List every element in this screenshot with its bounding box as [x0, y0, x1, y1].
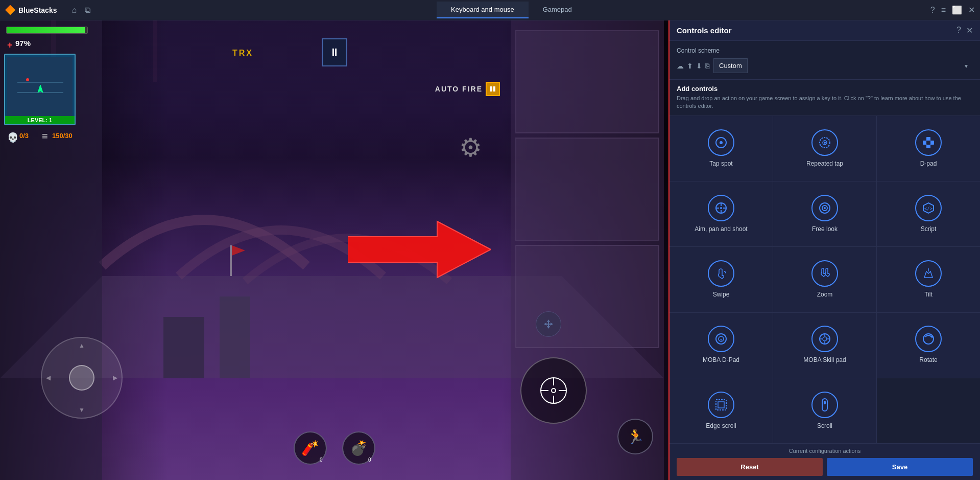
dpad-icon — [915, 129, 942, 156]
cloud-icon[interactable]: ☁ — [677, 62, 684, 70]
minimap: LEVEL: 1 — [4, 54, 78, 128]
svg-rect-62 — [716, 400, 726, 410]
panel-help-icon[interactable]: ? — [957, 26, 961, 35]
panel-header: Controls editor ? ✕ — [670, 20, 980, 41]
svg-rect-34 — [926, 144, 930, 148]
svg-rect-37 — [926, 141, 930, 145]
crosshair-icon — [538, 375, 569, 406]
window-icon[interactable]: ⬜ — [952, 5, 962, 15]
joystick[interactable]: ▲ ▼ ◀ ▶ — [41, 337, 123, 419]
panel-close-icon[interactable]: ✕ — [966, 26, 973, 35]
pause-button[interactable]: ⏸ — [322, 38, 347, 66]
control-moba-skill[interactable]: MOBA Skill pad — [773, 313, 876, 378]
svg-text:⊕: ⊕ — [720, 338, 722, 342]
control-free-look[interactable]: Free look — [773, 181, 876, 246]
dpad-label: D-pad — [920, 160, 937, 168]
auto-fire-toggle[interactable] — [486, 82, 500, 96]
tutorial-arrow — [348, 216, 491, 285]
item-grenade[interactable]: 🧨 0 — [294, 431, 327, 465]
control-rotate[interactable]: Rotate — [877, 313, 980, 378]
grenade-count: 0 — [320, 457, 323, 463]
moba-skill-label: MOBA Skill pad — [803, 356, 846, 364]
joystick-left: ◀ — [46, 374, 51, 381]
shoot-button[interactable] — [520, 357, 587, 424]
control-moba-dpad[interactable]: ⊕ MOBA D-Pad — [670, 313, 773, 378]
logo: BlueStacks — [5, 5, 57, 15]
control-swipe[interactable]: Swipe — [670, 247, 773, 312]
aim-pan-shoot-label: Aim, pan and shoot — [695, 225, 747, 234]
svg-rect-35 — [923, 141, 927, 145]
copy-icon[interactable]: ⎘ — [705, 62, 709, 70]
close-icon[interactable]: ✕ — [968, 5, 975, 15]
svg-point-55 — [823, 337, 827, 341]
scroll-label: Scroll — [817, 422, 832, 430]
joystick-right: ▶ — [113, 374, 117, 381]
minimap-frame: LEVEL: 1 — [4, 54, 76, 125]
help-icon[interactable]: ? — [930, 6, 935, 15]
control-zoom[interactable]: Zoom — [773, 247, 876, 312]
download-icon[interactable]: ⬇ — [696, 62, 702, 70]
control-repeated-tap[interactable]: Repeated tap — [773, 116, 876, 181]
free-look-icon — [811, 195, 838, 221]
health-bar-container — [6, 27, 88, 34]
move-button[interactable] — [536, 311, 561, 337]
tab-gamepad[interactable]: Gamepad — [529, 2, 586, 18]
item-throwable[interactable]: 💣 0 — [342, 431, 375, 465]
zoom-label: Zoom — [817, 291, 833, 299]
ammo-count: 150/30 — [52, 132, 73, 140]
health-plus-icon: + — [7, 40, 13, 51]
svg-point-43 — [720, 207, 722, 209]
scheme-label: Control scheme — [677, 47, 973, 54]
upload-icon[interactable]: ⬆ — [687, 62, 693, 70]
tilt-label: Tilt — [924, 291, 933, 299]
control-aim-pan-shoot[interactable]: Aim, pan and shoot — [670, 181, 773, 246]
svg-point-46 — [824, 207, 826, 209]
script-icon: </> — [915, 195, 942, 221]
panel-header-icons: ? ✕ — [957, 26, 973, 35]
svg-rect-64 — [822, 399, 827, 411]
control-tilt[interactable]: Tilt — [877, 247, 980, 312]
control-tap-spot[interactable]: Tap spot — [670, 116, 773, 181]
kills-count: 0/3 — [19, 132, 29, 140]
run-button[interactable]: 🏃 — [617, 419, 653, 454]
save-button[interactable]: Save — [827, 458, 973, 476]
home-icon[interactable]: ⌂ — [69, 5, 79, 16]
repeated-tap-icon — [811, 129, 838, 156]
svg-rect-65 — [824, 401, 826, 404]
svg-text:</>: </> — [924, 206, 933, 211]
nav-icons: ⌂ ⧉ — [69, 5, 92, 16]
control-dpad[interactable]: D-pad — [877, 116, 980, 181]
item-bar: 🧨 0 💣 0 — [294, 431, 375, 465]
reset-button[interactable]: Reset — [677, 458, 823, 476]
moba-skill-icon — [811, 326, 838, 352]
tab-keyboard-mouse[interactable]: Keyboard and mouse — [437, 2, 529, 18]
svg-marker-21 — [544, 319, 553, 329]
settings-gear-icon[interactable]: ⚙ — [459, 133, 490, 164]
control-scroll[interactable]: Scroll — [773, 378, 876, 443]
controls-editor-panel: Controls editor ? ✕ Control scheme ☁ ⬆ ⬇… — [668, 20, 980, 480]
auto-fire-icon — [489, 85, 496, 93]
control-script[interactable]: </> Script — [877, 181, 980, 246]
pause-icon: ⏸ — [329, 46, 340, 59]
zoom-icon — [811, 260, 838, 287]
free-look-label: Free look — [812, 225, 838, 234]
svg-point-27 — [552, 388, 556, 393]
control-edge-scroll[interactable]: Edge scroll — [670, 378, 773, 443]
svg-rect-63 — [718, 402, 724, 408]
app-branding: BlueStacks ⌂ ⧉ — [5, 5, 92, 16]
skull-icon: 💀 — [7, 132, 18, 143]
menu-icon[interactable]: ≡ — [941, 6, 946, 15]
auto-fire-badge: AUTO FIRE — [435, 82, 500, 96]
scheme-action-icons: ☁ ⬆ ⬇ ⎘ — [677, 62, 709, 70]
joystick-knob — [69, 365, 94, 391]
empty-cell — [877, 378, 980, 443]
multi-instance-icon[interactable]: ⧉ — [83, 5, 92, 16]
scheme-dropdown[interactable]: Custom Default — [713, 58, 748, 73]
rotate-icon — [915, 326, 942, 352]
scheme-row: ☁ ⬆ ⬇ ⎘ Custom Default — [677, 58, 973, 73]
svg-point-29 — [720, 141, 723, 144]
move-icon — [542, 318, 555, 330]
swipe-icon — [708, 260, 734, 287]
add-controls-desc: Drag and drop an action on your game scr… — [677, 95, 973, 110]
scroll-icon — [811, 392, 838, 418]
